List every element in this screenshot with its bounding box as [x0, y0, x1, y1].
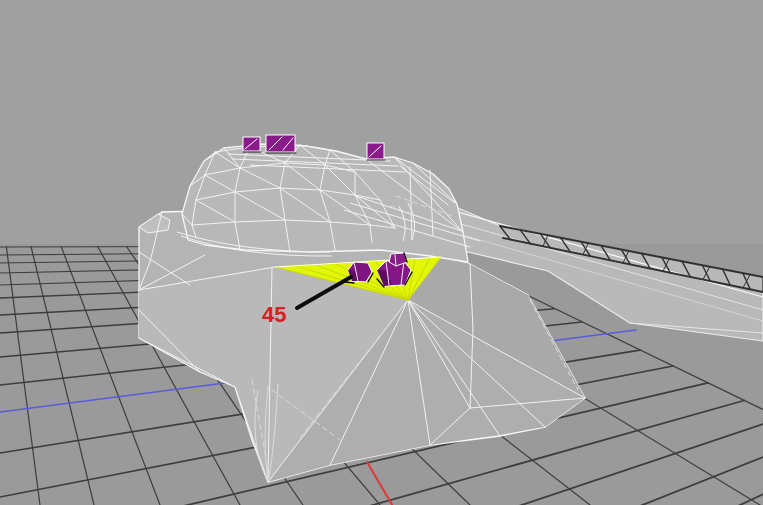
roof-component-box[interactable] — [266, 135, 296, 153]
annotation-label: 45 — [262, 302, 286, 327]
viewport-3d[interactable]: 45 — [0, 0, 763, 505]
roof-component-box[interactable] — [243, 137, 261, 152]
roof-component-box[interactable] — [367, 143, 385, 160]
viewport-canvas[interactable]: 45 — [0, 0, 763, 505]
